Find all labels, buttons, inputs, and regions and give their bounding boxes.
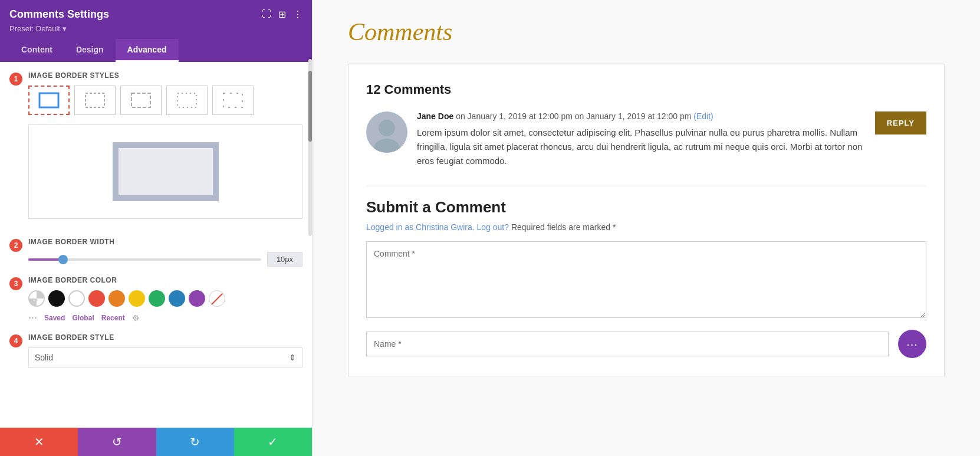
- expand-icon[interactable]: ⛶: [262, 9, 271, 20]
- color-swatch-blue[interactable]: [169, 290, 185, 307]
- tab-design[interactable]: Design: [64, 39, 116, 62]
- color-swatch-green[interactable]: [149, 290, 165, 307]
- settings-panel: Comments Settings ⛶ ⊞ ⋮ Preset: Default …: [0, 0, 313, 456]
- tab-advanced[interactable]: Advanced: [116, 39, 179, 62]
- panel-body: 1 Image Border Styles: [0, 62, 312, 428]
- svg-rect-1: [85, 93, 104, 107]
- panel-header: Comments Settings ⛶ ⊞ ⋮ Preset: Default …: [0, 0, 312, 62]
- section-border-styles: 1 Image Border Styles: [9, 71, 302, 228]
- color-swatch-red[interactable]: [88, 290, 105, 307]
- svg-point-6: [374, 139, 400, 153]
- border-style-corner[interactable]: [212, 86, 254, 115]
- comment-date: on January 1, 2019 at 12:00 pm: [456, 111, 573, 121]
- svg-rect-3: [177, 93, 196, 107]
- slider-row: 10px: [28, 252, 302, 267]
- login-info: Logged in as Christina Gwira. Log out? R…: [366, 222, 926, 232]
- login-link[interactable]: Logged in as Christina Gwira. Log out?: [366, 222, 509, 232]
- comment-body: Jane Doe on January 1, 2019 at 12:00 pm …: [417, 111, 866, 168]
- columns-icon[interactable]: ⊞: [278, 9, 286, 20]
- submit-comment-section: Submit a Comment Logged in as Christina …: [366, 186, 926, 358]
- name-row: ···: [366, 330, 926, 358]
- color-swatch-transparent[interactable]: [28, 290, 45, 307]
- section-1-label: Image Border Styles: [28, 71, 302, 80]
- border-style-solid[interactable]: [28, 86, 70, 115]
- commenter-name: Jane Doe: [417, 111, 453, 121]
- color-swatches: [28, 290, 302, 307]
- undo-button[interactable]: ↺: [78, 428, 156, 456]
- tab-content[interactable]: Content: [9, 39, 64, 62]
- slider-track: [28, 258, 261, 261]
- comments-count: 12 Comments: [366, 82, 926, 97]
- section-4-number: 4: [9, 334, 22, 347]
- preview-inner-box: [113, 142, 219, 201]
- dropdown-arrow-icon: ⇕: [289, 353, 296, 362]
- color-swatch-black[interactable]: [48, 290, 65, 307]
- avatar: [366, 111, 407, 153]
- preset-selector[interactable]: Preset: Default ▾: [9, 24, 302, 33]
- required-fields-text: Required fields are marked *: [511, 222, 616, 232]
- border-styles-row: [28, 86, 302, 115]
- tabs-row: Content Design Advanced: [9, 39, 302, 62]
- more-icon[interactable]: ⋮: [293, 9, 302, 20]
- section-1-content: Image Border Styles: [28, 71, 302, 228]
- section-1-number: 1: [9, 73, 22, 86]
- slider-thumb[interactable]: [58, 255, 68, 264]
- cancel-button[interactable]: ✕: [0, 428, 78, 456]
- color-swatch-orange[interactable]: [108, 290, 125, 307]
- style-dropdown-value: Solid: [35, 353, 53, 362]
- save-button[interactable]: ✓: [234, 428, 312, 456]
- right-panel: Comments 12 Comments Jane Doe on January…: [313, 0, 980, 456]
- more-dots[interactable]: ···: [28, 311, 37, 324]
- border-style-dashed-medium[interactable]: [120, 86, 162, 115]
- color-tab-global[interactable]: Global: [72, 314, 94, 322]
- reply-button[interactable]: REPLY: [875, 111, 926, 134]
- color-swatch-none[interactable]: [209, 290, 225, 307]
- section-border-width: 2 Image Border Width 10px: [9, 238, 302, 267]
- section-3-content: Image Border Color ··· Saved Glob: [28, 276, 302, 324]
- border-preview: [28, 124, 302, 219]
- color-tab-saved[interactable]: Saved: [44, 314, 65, 322]
- comment-textarea[interactable]: [366, 241, 926, 318]
- border-style-dashed-spaced[interactable]: [166, 86, 208, 115]
- border-style-dashed-light[interactable]: [74, 86, 116, 115]
- svg-rect-2: [131, 93, 150, 107]
- comment-date-text: on January 1, 2019 at 12:00 pm: [575, 111, 694, 121]
- scrollbar[interactable]: [308, 59, 312, 236]
- section-4-content: Image Border Style Solid ⇕: [28, 333, 302, 368]
- name-input[interactable]: [366, 332, 889, 356]
- edit-link[interactable]: (Edit): [693, 111, 713, 121]
- color-tab-recent[interactable]: Recent: [101, 314, 125, 322]
- section-2-number: 2: [9, 239, 22, 252]
- dots-button[interactable]: ···: [898, 330, 926, 358]
- color-swatch-white[interactable]: [68, 290, 85, 307]
- comment-item: Jane Doe on January 1, 2019 at 12:00 pm …: [366, 111, 926, 168]
- slider-value[interactable]: 10px: [267, 252, 302, 267]
- header-icons: ⛶ ⊞ ⋮: [262, 9, 302, 20]
- section-border-style: 4 Image Border Style Solid ⇕: [9, 333, 302, 368]
- bottom-toolbar: ✕ ↺ ↻ ✓: [0, 428, 312, 456]
- panel-title: Comments Settings: [9, 8, 109, 21]
- section-2-content: Image Border Width 10px: [28, 238, 302, 267]
- section-3-number: 3: [9, 277, 22, 290]
- section-2-label: Image Border Width: [28, 238, 302, 246]
- color-swatch-purple[interactable]: [189, 290, 205, 307]
- submit-title: Submit a Comment: [366, 198, 926, 216]
- style-dropdown[interactable]: Solid ⇕: [28, 347, 302, 368]
- page-title: Comments: [348, 18, 945, 46]
- svg-rect-4: [223, 93, 242, 107]
- comments-container: 12 Comments Jane Doe on January 1, 2019 …: [348, 64, 945, 376]
- scrollbar-thumb[interactable]: [308, 71, 312, 142]
- color-tabs-row: ··· Saved Global Recent ⚙: [28, 311, 302, 324]
- svg-point-5: [379, 120, 395, 136]
- redo-button[interactable]: ↻: [156, 428, 234, 456]
- section-4-label: Image Border Style: [28, 333, 302, 342]
- svg-rect-0: [40, 93, 58, 107]
- color-gear-icon[interactable]: ⚙: [132, 313, 140, 323]
- section-border-color: 3 Image Border Color ··· Sav: [9, 276, 302, 324]
- section-3-label: Image Border Color: [28, 276, 302, 284]
- comment-text: Lorem ipsum dolor sit amet, consectetur …: [417, 126, 866, 168]
- color-swatch-yellow[interactable]: [129, 290, 145, 307]
- comment-meta: Jane Doe on January 1, 2019 at 12:00 pm …: [417, 111, 866, 121]
